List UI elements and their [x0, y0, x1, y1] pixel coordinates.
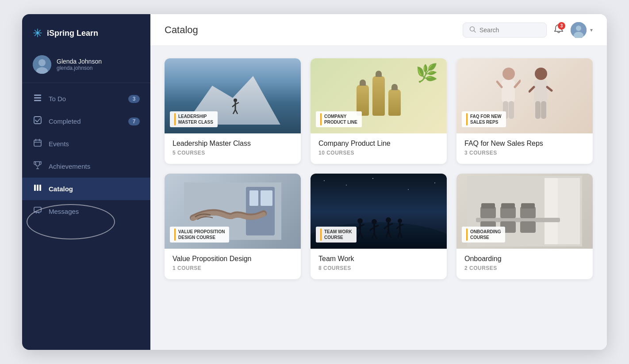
- app-window: ✳ iSpring Learn Glenda Johnson glenda.jo…: [22, 14, 607, 350]
- svg-line-31: [515, 81, 520, 87]
- svg-rect-78: [520, 221, 536, 233]
- card-body-faq: FAQ for New Sales Reps 3 COURSES: [456, 133, 593, 164]
- svg-line-18: [474, 30, 476, 32]
- svg-rect-38: [535, 101, 541, 119]
- svg-line-56: [374, 233, 377, 239]
- profile-avatar: [571, 22, 587, 38]
- catalog-card-value[interactable]: VALUE PROPOSITIONDESIGN COURSE Value Pro…: [165, 174, 301, 279]
- svg-rect-33: [509, 101, 514, 119]
- user-name: Glenda Johnson: [57, 58, 102, 65]
- card-label-faq: FAQ FOR NEWSALES REPS: [462, 111, 506, 127]
- svg-rect-35: [534, 80, 547, 102]
- search-input[interactable]: [479, 27, 537, 34]
- sidebar-item-events-label: Events: [49, 140, 69, 148]
- sidebar-item-achievements-label: Achievements: [49, 163, 90, 170]
- card-courses-value: 1 COURSE: [173, 265, 293, 271]
- card-body-onboarding: Onboarding 2 COURSES: [456, 249, 593, 279]
- svg-line-30: [497, 82, 502, 87]
- card-courses-onboarding: 2 COURSES: [464, 265, 585, 271]
- notifications-button[interactable]: 3: [554, 24, 564, 36]
- sidebar-item-completed[interactable]: Completed 7: [22, 110, 150, 133]
- card-image-product: 🌿 COMPANYPRODUCT LINE: [311, 58, 447, 133]
- search-box[interactable]: [463, 23, 547, 38]
- svg-point-22: [234, 99, 237, 102]
- completed-icon: [33, 116, 42, 127]
- svg-line-27: [235, 110, 238, 114]
- completed-badge: 7: [128, 118, 140, 125]
- card-title-product: Company Product Line: [318, 140, 439, 148]
- svg-rect-71: [545, 178, 558, 244]
- catalog-card-product[interactable]: 🌿 COMPANYPRODUCT LINE Company Product Li…: [311, 58, 447, 164]
- card-image-value: VALUE PROPOSITIONDESIGN COURSE: [165, 174, 301, 249]
- catalog-icon: [33, 183, 42, 194]
- card-label-value: VALUE PROPOSITIONDESIGN COURSE: [170, 227, 229, 243]
- svg-rect-15: [39, 185, 41, 191]
- catalog-card-teamwork[interactable]: TEAM WORKCOURSE Team Work 8 COURSES: [311, 174, 447, 279]
- user-profile-button[interactable]: ▾: [571, 22, 593, 38]
- svg-point-57: [386, 217, 391, 223]
- svg-line-37: [547, 87, 552, 91]
- svg-rect-14: [37, 185, 38, 191]
- sidebar-item-todo[interactable]: To Do 3: [22, 87, 150, 110]
- svg-point-1: [38, 59, 46, 66]
- leaf-decoration: 🌿: [416, 63, 438, 83]
- svg-rect-81: [521, 203, 535, 209]
- sidebar-logo[interactable]: ✳ iSpring Learn: [22, 14, 150, 49]
- card-body-value: Value Proposition Design 1 COURSE: [165, 249, 301, 279]
- svg-line-48: [357, 232, 360, 239]
- page-title: Catalog: [165, 24, 463, 36]
- svg-rect-29: [502, 80, 515, 102]
- svg-point-20: [576, 26, 581, 31]
- catalog-card-leadership[interactable]: LEADERSHIPMASTER CLASS Leadership Master…: [165, 58, 301, 164]
- card-label-leadership: LEADERSHIPMASTER CLASS: [170, 111, 218, 127]
- svg-rect-13: [34, 185, 36, 191]
- user-email: glenda.johnson: [57, 65, 102, 71]
- achievements-icon: [33, 161, 42, 172]
- sidebar-item-completed-label: Completed: [49, 118, 81, 125]
- catalog-card-faq[interactable]: FAQ FOR NEWSALES REPS FAQ for New Sales …: [456, 58, 593, 164]
- messages-icon: [33, 206, 42, 217]
- sidebar-item-catalog[interactable]: Catalog: [22, 178, 150, 200]
- svg-rect-3: [34, 95, 41, 96]
- svg-rect-79: [481, 203, 495, 209]
- card-title-teamwork: Team Work: [318, 255, 439, 263]
- svg-rect-43: [261, 190, 272, 206]
- svg-rect-39: [541, 101, 546, 119]
- search-icon: [469, 26, 476, 34]
- card-image-onboarding: ONBOARDINGCOURSE: [456, 174, 593, 249]
- card-image-faq: FAQ FOR NEWSALES REPS: [456, 58, 593, 133]
- catalog-card-onboarding[interactable]: ONBOARDINGCOURSE Onboarding 2 COURSES: [456, 174, 593, 279]
- chevron-down-icon: ▾: [590, 27, 593, 33]
- card-courses-leadership: 5 COURSES: [173, 150, 293, 156]
- catalog-content: LEADERSHIPMASTER CLASS Leadership Master…: [150, 46, 607, 350]
- svg-point-51: [372, 219, 377, 224]
- sidebar-item-messages-label: Messages: [49, 208, 79, 215]
- svg-line-68: [400, 231, 402, 238]
- svg-rect-4: [34, 97, 41, 99]
- user-info: Glenda Johnson glenda.johnson: [57, 58, 102, 71]
- card-title-faq: FAQ for New Sales Reps: [464, 140, 585, 148]
- sidebar-user[interactable]: Glenda Johnson glenda.johnson: [22, 49, 150, 83]
- todo-icon: [33, 93, 42, 104]
- svg-rect-7: [34, 140, 41, 146]
- card-label-teamwork: TEAM WORKCOURSE: [316, 227, 357, 243]
- svg-line-26: [233, 110, 235, 114]
- sidebar: ✳ iSpring Learn Glenda Johnson glenda.jo…: [22, 14, 150, 350]
- svg-line-62: [388, 231, 391, 238]
- svg-rect-42: [249, 190, 258, 206]
- svg-rect-80: [501, 203, 515, 209]
- todo-badge: 3: [128, 95, 140, 103]
- card-label-onboarding: ONBOARDINGCOURSE: [462, 227, 505, 243]
- sidebar-item-events[interactable]: Events: [22, 133, 150, 155]
- svg-rect-16: [34, 207, 41, 212]
- topbar: Catalog 3: [150, 14, 607, 46]
- sidebar-item-achievements[interactable]: Achievements: [22, 155, 150, 178]
- svg-line-67: [398, 231, 400, 238]
- card-courses-teamwork: 8 COURSES: [318, 265, 439, 271]
- sidebar-item-messages[interactable]: Messages: [22, 200, 150, 223]
- card-courses-faq: 3 COURSES: [464, 150, 585, 156]
- logo-icon: ✳: [33, 27, 42, 40]
- card-body-teamwork: Team Work 8 COURSES: [311, 249, 447, 279]
- card-image-teamwork: TEAM WORKCOURSE: [311, 174, 447, 249]
- topbar-actions: 3 ▾: [554, 22, 593, 38]
